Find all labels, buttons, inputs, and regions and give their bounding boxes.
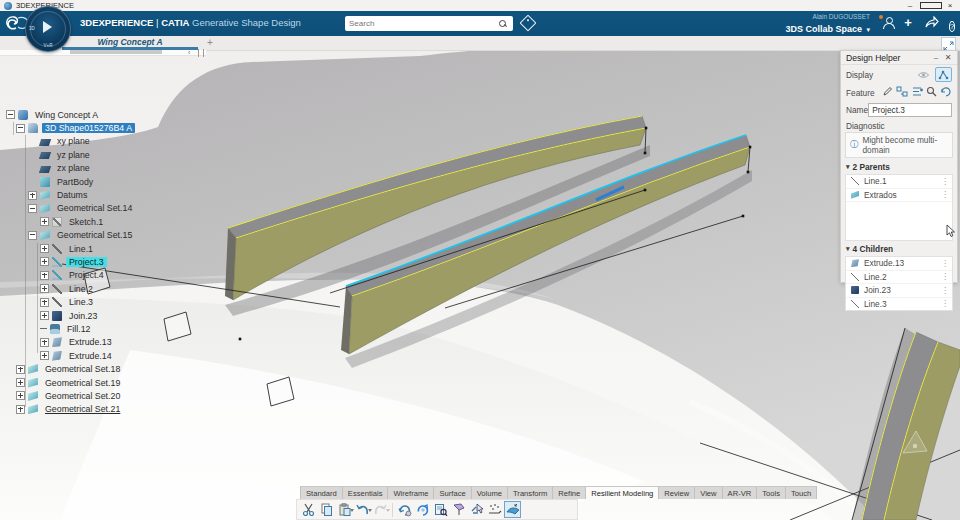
- new-tab-button[interactable]: +: [204, 36, 216, 49]
- design-helper-header[interactable]: Design Helper ‒ ✕: [841, 51, 957, 65]
- child-item-line-3[interactable]: Line.3 ⋮: [846, 298, 952, 311]
- expander-icon[interactable]: [16, 405, 25, 414]
- tree-node-wing-concept-a[interactable]: Wing Concept A: [4, 108, 224, 121]
- tree-node-geoset-15[interactable]: Geometrical Set.15: [4, 229, 224, 242]
- profile-icon[interactable]: [874, 16, 890, 32]
- kebab-menu-icon[interactable]: ⋮: [941, 177, 949, 186]
- expander-icon[interactable]: [40, 311, 49, 320]
- search-input[interactable]: [345, 19, 493, 28]
- display-eye-button[interactable]: [915, 67, 932, 82]
- splitter-grip[interactable]: [198, 49, 204, 57]
- ribbon-tab-ar-vr[interactable]: AR-VR: [723, 486, 758, 499]
- ribbon-tab-refine[interactable]: Refine: [553, 486, 586, 499]
- panel-close-icon[interactable]: ✕: [943, 52, 953, 64]
- tree-node-join-23[interactable]: Join.23: [4, 309, 224, 322]
- expander-icon[interactable]: [28, 204, 37, 213]
- horizontal-scrollbar-thumb[interactable]: [70, 50, 162, 54]
- expander-icon[interactable]: [16, 365, 25, 374]
- expander-icon[interactable]: [40, 284, 49, 293]
- help-icon[interactable]: ?: [944, 16, 960, 32]
- copy-icon[interactable]: [318, 501, 335, 518]
- tree-node-line-2[interactable]: Line.2: [4, 282, 224, 295]
- expander-icon[interactable]: [16, 124, 25, 133]
- caret-down-icon[interactable]: ▾: [846, 245, 850, 253]
- ribbon-tab-resilient-modeling[interactable]: Resilient Modeling: [586, 486, 659, 499]
- tree-node-project-3[interactable]: Project.3: [4, 255, 224, 268]
- global-search[interactable]: [345, 16, 513, 31]
- child-item-join-23[interactable]: Join.23 ⋮: [846, 284, 952, 298]
- expander-icon[interactable]: [40, 338, 49, 347]
- tree-node-zx-plane[interactable]: zx plane: [4, 162, 224, 175]
- expander-icon[interactable]: [40, 257, 49, 266]
- kebab-menu-icon[interactable]: ⋮: [941, 286, 949, 295]
- collapse-chevron-icon[interactable]: ‹: [188, 49, 195, 56]
- expander-icon[interactable]: [40, 351, 49, 360]
- tree-node-datums[interactable]: Datums: [4, 188, 224, 201]
- collab-space-label[interactable]: 3DS Collab Space: [786, 24, 863, 34]
- tree-node-xy-plane[interactable]: xy plane: [4, 135, 224, 148]
- undo-icon[interactable]: [354, 501, 371, 518]
- tree-node-extrude-14[interactable]: Extrude.14: [4, 349, 224, 362]
- search-features-icon[interactable]: [432, 501, 449, 518]
- tree-node-geoset-20[interactable]: Geometrical Set.20: [4, 389, 224, 402]
- expander-icon[interactable]: [40, 298, 49, 307]
- tree-node-geoset-18[interactable]: Geometrical Set.18: [4, 362, 224, 375]
- expand-viewport-icon[interactable]: [941, 37, 956, 51]
- ribbon-tab-standard[interactable]: Standard: [300, 486, 343, 499]
- expander-icon[interactable]: [28, 231, 37, 240]
- zoom-icon[interactable]: [926, 86, 937, 99]
- minimize-button[interactable]: –: [900, 0, 920, 12]
- compass-play-icon[interactable]: [43, 21, 52, 33]
- tree-node-partbody[interactable]: PartBody: [4, 175, 224, 188]
- expander-icon[interactable]: [6, 110, 15, 119]
- edit-icon[interactable]: [882, 86, 893, 99]
- tree-node-geoset-14[interactable]: Geometrical Set.14: [4, 202, 224, 215]
- add-content-button[interactable]: +: [900, 16, 916, 32]
- expander-icon[interactable]: [40, 271, 49, 280]
- maximize-button[interactable]: [920, 0, 940, 12]
- ribbon-tab-wireframe[interactable]: Wireframe: [388, 486, 434, 499]
- parent-item-extrados[interactable]: Extrados ⋮: [846, 189, 952, 203]
- points-icon[interactable]: [486, 501, 503, 518]
- tree-node-fill-12[interactable]: Fill.12: [4, 322, 224, 335]
- flag-surface-icon[interactable]: [450, 501, 467, 518]
- ribbon-tab-surface[interactable]: Surface: [434, 486, 471, 499]
- tree-node-line-3[interactable]: Line.3: [4, 295, 224, 308]
- close-button[interactable]: ×: [940, 0, 960, 12]
- expander-icon[interactable]: [16, 378, 25, 387]
- child-item-extrude-13[interactable]: Extrude.13 ⋮: [846, 257, 952, 271]
- share-icon[interactable]: [924, 16, 940, 32]
- ribbon-tab-touch[interactable]: Touch: [786, 486, 817, 499]
- tree-node-project-4[interactable]: Project.4: [4, 269, 224, 282]
- expander-icon[interactable]: [40, 244, 49, 253]
- tree-node-geoset-19[interactable]: Geometrical Set.19: [4, 376, 224, 389]
- redo-icon[interactable]: [372, 501, 389, 518]
- expander-icon[interactable]: [16, 391, 25, 400]
- kebab-menu-icon[interactable]: ⋮: [941, 190, 949, 199]
- name-input[interactable]: Project.3: [868, 103, 952, 117]
- kebab-menu-icon[interactable]: ⋮: [941, 299, 949, 308]
- tree-node-geoset-21[interactable]: Geometrical Set.21: [4, 403, 224, 416]
- search-icon[interactable]: [499, 20, 506, 27]
- reorder-icon[interactable]: [896, 86, 908, 99]
- tree-node-yz-plane[interactable]: yz plane: [4, 148, 224, 161]
- kebab-menu-icon[interactable]: ⋮: [941, 272, 949, 281]
- graph-tree-icon[interactable]: [911, 86, 923, 99]
- update-icon[interactable]: [940, 86, 952, 99]
- cut-icon[interactable]: [300, 501, 317, 518]
- kebab-menu-icon[interactable]: ⋮: [941, 259, 949, 268]
- ribbon-tab-tools[interactable]: Tools: [757, 486, 786, 499]
- expander-icon[interactable]: [40, 217, 49, 226]
- tree-node-line-1[interactable]: Line.1: [4, 242, 224, 255]
- display-graph-button[interactable]: [935, 67, 952, 82]
- select-arrow-icon[interactable]: [468, 501, 485, 518]
- paste-icon[interactable]: [336, 501, 353, 518]
- update-all-icon[interactable]: [414, 501, 431, 518]
- ribbon-tab-volume[interactable]: Volume: [472, 486, 508, 499]
- chevron-down-icon[interactable]: ▾: [866, 26, 870, 33]
- user-cluster[interactable]: Alain DUGOUSSET 3DS Collab Space ▾: [700, 12, 870, 35]
- fill-tool-icon[interactable]: [504, 501, 521, 518]
- update-icon[interactable]: [396, 501, 413, 518]
- parents-section-header[interactable]: ▾ 2 Parents: [841, 159, 957, 174]
- ribbon-tab-view[interactable]: View: [695, 486, 722, 499]
